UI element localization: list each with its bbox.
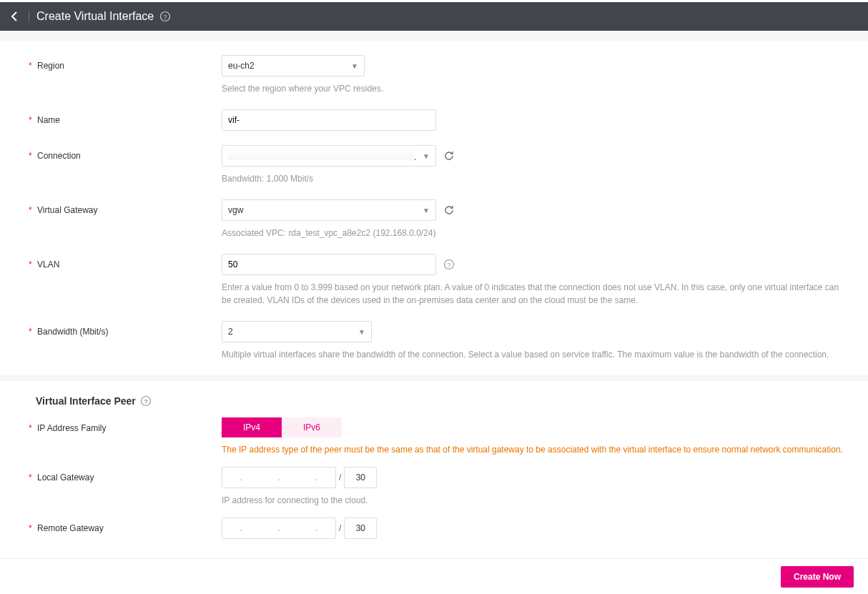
label-ip-family: * IP Address Family xyxy=(29,417,222,433)
label-local-gateway: * Local Gateway xyxy=(29,467,222,482)
connection-bandwidth-info: Bandwidth: 1,000 Mbit/s xyxy=(222,172,844,185)
required-marker: * xyxy=(29,205,32,215)
row-vlan: * VLAN ? Enter a value from 0 to 3,999 b… xyxy=(29,254,868,307)
label-region: * Region xyxy=(29,55,222,71)
required-marker: * xyxy=(29,259,32,269)
virtual-gateway-value: vgw xyxy=(228,205,243,215)
virtual-gateway-select[interactable]: vgw ▼ xyxy=(222,199,436,221)
svg-text:?: ? xyxy=(447,262,450,269)
required-marker: * xyxy=(29,115,32,125)
page-title: Create Virtual Interface xyxy=(36,10,154,23)
ip-slash: / xyxy=(339,523,341,533)
label-remote-gateway: * Remote Gateway xyxy=(29,518,222,533)
chevron-down-icon: ▼ xyxy=(423,152,430,160)
local-gateway-ip-input[interactable]: ... xyxy=(222,467,336,488)
connection-value: . xyxy=(228,150,416,162)
local-gateway-cidr-input[interactable]: 30 xyxy=(344,467,377,488)
connection-select[interactable]: . ▼ xyxy=(222,145,436,167)
name-input[interactable] xyxy=(222,109,436,131)
label-text: VLAN xyxy=(37,259,59,269)
ip-slash: / xyxy=(339,472,341,482)
back-icon[interactable] xyxy=(7,9,21,24)
local-gateway-helper: IP address for connecting to the cloud. xyxy=(222,494,844,507)
row-virtual-gateway: * Virtual Gateway vgw ▼ Associated VPC: … xyxy=(29,199,868,239)
row-ip-family: * IP Address Family IPv4 IPv6 The IP add… xyxy=(29,417,868,456)
remote-gateway-cidr-input[interactable]: 30 xyxy=(344,518,377,539)
bandwidth-select[interactable]: 2 ▼ xyxy=(222,321,372,342)
virtual-gateway-vpc-info: Associated VPC: rda_test_vpc_a8e2c2 (192… xyxy=(222,227,844,239)
required-marker: * xyxy=(29,472,32,482)
ipv4-option[interactable]: IPv4 xyxy=(222,417,282,437)
bandwidth-value: 2 xyxy=(228,327,233,337)
row-name: * Name xyxy=(29,109,868,131)
row-region: * Region eu-ch2 ▼ Select the region wher… xyxy=(29,55,868,95)
help-icon[interactable]: ? xyxy=(140,395,152,407)
page-footer: Create Now xyxy=(0,558,868,594)
label-text: Name xyxy=(37,115,60,125)
help-icon[interactable]: ? xyxy=(443,259,455,270)
remote-gateway-ip-group: ... / 30 xyxy=(222,518,377,539)
label-name: * Name xyxy=(29,109,222,125)
bandwidth-helper: Multiple virtual interfaces share the ba… xyxy=(222,348,844,361)
page-header: Create Virtual Interface ? xyxy=(0,2,868,31)
row-connection: * Connection . ▼ Bandwidth: 1,000 Mbit/s xyxy=(29,145,868,185)
label-text: Connection xyxy=(37,151,81,161)
required-marker: * xyxy=(29,61,32,71)
label-connection: * Connection xyxy=(29,145,222,161)
ipv6-option[interactable]: IPv6 xyxy=(282,417,342,437)
required-marker: * xyxy=(29,523,32,533)
required-marker: * xyxy=(29,151,32,161)
label-text: Bandwidth (Mbit/s) xyxy=(37,327,108,337)
create-now-button[interactable]: Create Now xyxy=(781,566,854,588)
vlan-helper: Enter a value from 0 to 3,999 based on y… xyxy=(222,281,844,307)
local-gateway-ip-group: ... / 30 xyxy=(222,467,377,488)
section-divider xyxy=(0,375,868,381)
remote-gateway-ip-input[interactable]: ... xyxy=(222,518,336,539)
label-vlan: * VLAN xyxy=(29,254,222,269)
gray-band xyxy=(0,31,868,41)
label-virtual-gateway: * Virtual Gateway xyxy=(29,199,222,215)
section-title-peer: Virtual Interface Peer ? xyxy=(36,395,868,407)
label-text: Region xyxy=(37,61,64,71)
label-text: Remote Gateway xyxy=(37,523,104,533)
region-select[interactable]: eu-ch2 ▼ xyxy=(222,55,365,76)
region-helper: Select the region where your VPC resides… xyxy=(222,82,844,95)
chevron-down-icon: ▼ xyxy=(358,328,365,336)
section-title-text: Virtual Interface Peer xyxy=(36,395,136,407)
vlan-input[interactable] xyxy=(222,254,436,275)
label-text: Local Gateway xyxy=(37,472,94,482)
required-marker: * xyxy=(29,327,32,337)
svg-text:?: ? xyxy=(144,398,148,405)
row-remote-gateway: * Remote Gateway ... / 30 xyxy=(29,518,868,539)
ip-family-warning: The IP address type of the peer must be … xyxy=(222,443,868,456)
row-local-gateway: * Local Gateway ... / 30 IP address for … xyxy=(29,467,868,507)
svg-text:?: ? xyxy=(164,14,167,21)
region-value: eu-ch2 xyxy=(228,61,255,71)
ip-family-toggle: IPv4 IPv6 xyxy=(222,417,342,437)
label-bandwidth: * Bandwidth (Mbit/s) xyxy=(29,321,222,337)
form-content: * Region eu-ch2 ▼ Select the region wher… xyxy=(0,41,868,594)
chevron-down-icon: ▼ xyxy=(351,62,358,70)
help-icon[interactable]: ? xyxy=(159,11,171,22)
label-text: IP Address Family xyxy=(37,423,106,433)
label-text: Virtual Gateway xyxy=(37,205,98,215)
refresh-icon[interactable] xyxy=(443,150,455,162)
row-bandwidth: * Bandwidth (Mbit/s) 2 ▼ Multiple virtua… xyxy=(29,321,868,361)
chevron-down-icon: ▼ xyxy=(423,207,430,214)
header-divider xyxy=(29,11,29,22)
required-marker: * xyxy=(29,423,32,433)
refresh-icon[interactable] xyxy=(443,204,455,216)
